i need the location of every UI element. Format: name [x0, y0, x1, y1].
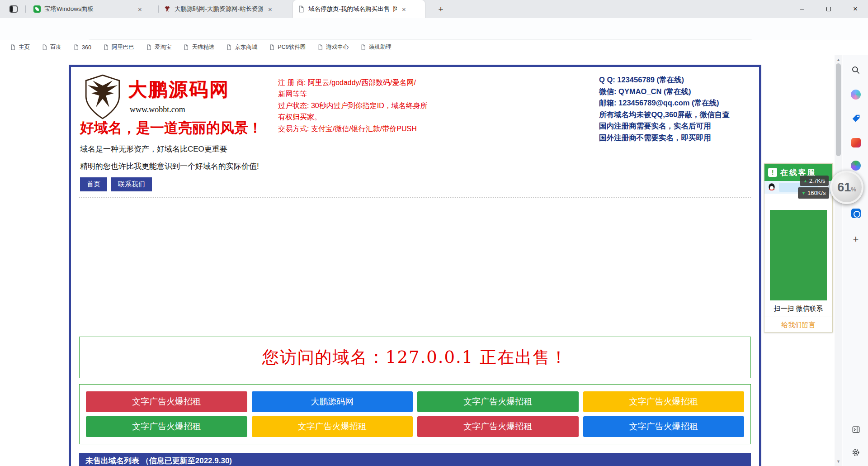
registrar-line: 交易方式: 支付宝/微信/银行汇款/带价PUSH — [278, 123, 428, 134]
bookmark-page-icon — [146, 44, 152, 51]
contact-line: 所有域名均未被QQ,360屏蔽，微信自查 — [599, 109, 730, 121]
sidebar-copilot-button[interactable] — [850, 89, 861, 100]
qr-caption: 扫一扫 微信联系 — [764, 304, 832, 313]
nav-contact-button[interactable]: 联系我们 — [111, 177, 152, 191]
contact-line: Q Q: 123456789 (常在线) — [599, 74, 730, 86]
ad-slot[interactable]: 大鹏源码网 — [252, 391, 413, 412]
bookmark-item[interactable]: 京东商城 — [226, 43, 257, 51]
tab-separator — [158, 5, 159, 13]
bookmark-item[interactable]: 天猫精选 — [183, 43, 214, 51]
bookmark-label: 360 — [82, 44, 91, 51]
sidebar-outlook-button[interactable] — [850, 208, 861, 219]
bookmark-item[interactable]: 主页 — [10, 43, 30, 51]
leave-message-link[interactable]: 给我们留言 — [764, 317, 832, 332]
sidebar-microsoft365-button[interactable] — [850, 137, 861, 148]
dotted-divider — [79, 197, 751, 198]
tab-actions-menu-icon[interactable] — [7, 4, 20, 14]
bookmarks-bar: 主页 百度 360 阿里巴巴 爱淘宝 天猫精选 京东商城 PC9软件园 游戏中心… — [0, 40, 868, 55]
edge-browser-window: 宝塔Windows面板 × 大鹏源码网-大鹏资源网-站长资源 × 域名停放页-我… — [0, 0, 868, 466]
bookmark-item[interactable]: 游戏中心 — [317, 43, 349, 51]
bookmark-item[interactable]: 百度 — [42, 43, 61, 51]
window-close-button[interactable]: × — [845, 0, 866, 18]
download-speed-badge: ▼ 160K/s — [798, 187, 829, 199]
scrollbar-thumb[interactable] — [836, 63, 841, 156]
ad-slot[interactable]: 文字广告火爆招租 — [583, 416, 745, 437]
baota-favicon — [33, 5, 41, 13]
nav-home-button[interactable]: 首页 — [80, 177, 107, 191]
site-frame: 大鹏源码网 www.wobbt.com 好域名，是一道亮丽的风景！ 域名是一种无… — [69, 65, 761, 466]
scroll-up-arrow[interactable]: ▲ — [835, 57, 842, 62]
sidebar-shopping-button[interactable] — [850, 113, 861, 124]
page-favicon — [297, 5, 305, 13]
ad-slot[interactable]: 文字广告火爆招租 — [86, 416, 247, 437]
window-minimize-button[interactable]: ─ — [792, 0, 812, 18]
edge-sidebar: + — [843, 55, 868, 466]
tab-close-icon[interactable]: × — [137, 5, 143, 13]
intro-line-2: 精明的您也许比我更能意识到一个好域名的实际价值! — [80, 161, 259, 171]
ad-grid: 文字广告火爆招租 大鹏源码网 文字广告火爆招租 文字广告火爆招租 文字广告火爆招… — [79, 384, 751, 444]
outlook-icon — [851, 209, 861, 218]
sidebar-expand-button[interactable] — [850, 424, 861, 435]
bookmark-item[interactable]: 阿里巴巴 — [103, 43, 134, 51]
bookmark-item[interactable]: 爱淘宝 — [146, 43, 172, 51]
ad-slot[interactable]: 文字广告火爆招租 — [252, 416, 413, 437]
scroll-down-arrow[interactable]: ▼ — [835, 459, 842, 464]
new-tab-button[interactable]: + — [435, 4, 447, 15]
ad-slot[interactable]: 文字广告火爆招租 — [417, 416, 579, 437]
bookmark-item[interactable]: 360 — [73, 44, 91, 51]
bookmark-item[interactable]: PC9软件园 — [269, 43, 306, 51]
registrar-line: 注 册 商: 阿里云/godaddy/西部数码/爱名网/ — [278, 77, 428, 88]
ad-row: 文字广告火爆招租 文字广告火爆招租 文字广告火爆招租 文字广告火爆招租 — [86, 416, 744, 437]
download-speed-value: 160K/s — [807, 190, 826, 196]
bookmark-page-icon — [317, 44, 323, 51]
tab-close-icon[interactable]: × — [267, 5, 274, 13]
qq-penguin-icon — [767, 183, 776, 192]
bookmark-page-icon — [360, 44, 366, 51]
tab-bar: 宝塔Windows面板 × 大鹏源码网-大鹏资源网-站长资源 × 域名停放页-我… — [0, 0, 868, 18]
sidebar-games-button[interactable] — [850, 160, 861, 171]
ad-row: 文字广告火爆招租 大鹏源码网 文字广告火爆招租 文字广告火爆招租 — [86, 391, 744, 412]
bookmark-item[interactable]: 装机助理 — [360, 43, 392, 51]
ad-slot[interactable]: 文字广告火爆招租 — [86, 391, 247, 412]
contact-line: 微信: QYMAO_CN (常在线) — [599, 86, 730, 98]
sidebar-search-button[interactable] — [850, 65, 861, 76]
open-sidebar-icon — [852, 425, 860, 434]
bookmark-page-icon — [10, 44, 16, 51]
eagle-logo-icon — [82, 73, 123, 120]
intro-line-1: 域名是一种无形资产，好域名比CEO更重要 — [80, 144, 227, 154]
ad-slot[interactable]: 文字广告火爆招租 — [583, 391, 745, 412]
site-nav: 首页 联系我们 — [80, 177, 152, 191]
tab-baota-panel[interactable]: 宝塔Windows面板 × — [29, 0, 157, 18]
tab-domain-parking-active[interactable]: 域名停放页-我的域名购买出售_阿 × — [293, 0, 425, 18]
domain-sale-banner: 您访问的域名：127.0.0.1 正在出售！ — [79, 337, 751, 378]
ad-slot[interactable]: 文字广告火爆招租 — [417, 391, 579, 412]
tab-dapeng-site[interactable]: 大鹏源码网-大鹏资源网-站长资源 × — [159, 0, 289, 18]
page-scrollbar[interactable]: ▲ ▼ — [835, 55, 842, 466]
microsoft365-icon — [851, 138, 861, 147]
bookmark-label: 装机助理 — [369, 43, 392, 51]
window-maximize-button[interactable] — [818, 0, 839, 18]
bookmark-label: 百度 — [50, 43, 61, 51]
games-icon — [851, 161, 861, 171]
search-icon — [851, 66, 860, 75]
registrar-line: 过户状态: 30秒内过户到你指定ID，域名终身所 — [278, 100, 428, 111]
sidebar-settings-button[interactable] — [850, 447, 861, 458]
bookmark-page-icon — [42, 44, 47, 51]
contact-line: 邮箱: 123456789@qq.com (常在线) — [599, 97, 730, 109]
close-icon: × — [853, 5, 858, 14]
bookmark-page-icon — [103, 44, 109, 51]
site-header: 大鹏源码网 www.wobbt.com 好域名，是一道亮丽的风景！ 域名是一种无… — [79, 67, 751, 200]
registrar-line: 新网等等 — [278, 88, 428, 100]
progress-float-ball[interactable]: 61 % — [830, 171, 863, 204]
bookmark-page-icon — [73, 44, 79, 51]
plus-icon: + — [853, 233, 859, 245]
upload-speed-value: 2.7K/s — [809, 178, 825, 184]
up-arrow-icon: ▲ — [803, 179, 807, 183]
registrar-line: 有权归买家。 — [278, 111, 428, 123]
sidebar-add-button[interactable]: + — [850, 234, 861, 245]
wechat-qr-code — [770, 210, 827, 300]
browser-toolbar: ← ⌂ i 127.0.0.1 A) ☆ ··· — [0, 18, 868, 40]
page-viewport: 大鹏源码网 www.wobbt.com 好域名，是一道亮丽的风景！ 域名是一种无… — [0, 55, 868, 466]
tab-close-icon[interactable]: × — [401, 5, 407, 13]
site-logo-title: 大鹏源码网 — [128, 77, 230, 102]
